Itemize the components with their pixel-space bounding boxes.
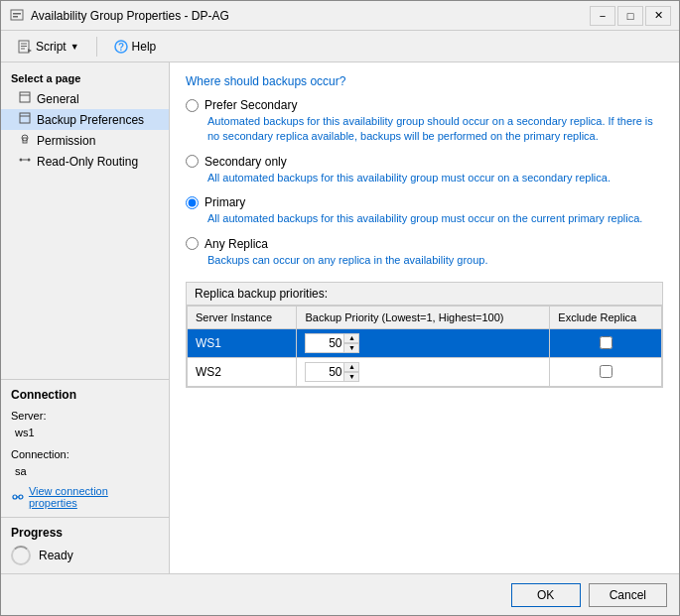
any-replica-label[interactable]: Any Replica — [186, 237, 663, 251]
priority-spinner[interactable]: ▲ ▼ — [305, 333, 541, 353]
option-prefer-secondary: Prefer Secondary Automated backups for t… — [186, 98, 663, 145]
backup-question: Where should backups occur? — [186, 74, 663, 88]
exclude-cell — [550, 357, 662, 386]
option-any-replica: Any Replica Backups can occur on any rep… — [186, 237, 663, 268]
priority-cell: ▲ ▼ — [297, 357, 550, 386]
progress-status: Ready — [39, 549, 73, 562]
server-cell: WS2 — [188, 357, 297, 386]
connection-section: Connection Server: ws1 Connection: sa — [1, 379, 169, 517]
prefer-secondary-desc: Automated backups for this availability … — [207, 114, 663, 145]
svg-rect-10 — [20, 92, 30, 102]
main-content: Select a page General — [1, 62, 679, 573]
footer: OK Cancel — [1, 573, 679, 615]
priority-input[interactable] — [305, 333, 344, 353]
svg-point-16 — [20, 159, 23, 162]
svg-rect-1 — [13, 13, 21, 15]
content-pane: Where should backups occur? Prefer Secon… — [170, 62, 679, 573]
secondary-only-label[interactable]: Secondary only — [186, 155, 663, 169]
svg-point-17 — [28, 159, 31, 162]
progress-row: Ready — [11, 546, 159, 565]
server-label: Server: ws1 — [11, 408, 159, 442]
table-row[interactable]: WS1 ▲ ▼ — [188, 328, 662, 357]
secondary-only-desc: All automated backups for this availabil… — [207, 171, 663, 185]
server-cell: WS1 — [188, 328, 297, 357]
sidebar-item-routing[interactable]: Read-Only Routing — [1, 151, 169, 172]
decrement-button[interactable]: ▼ — [343, 372, 359, 382]
increment-button[interactable]: ▲ — [343, 362, 359, 372]
view-connection-link[interactable]: View connection properties — [11, 485, 159, 509]
svg-point-19 — [13, 495, 17, 499]
script-icon — [18, 40, 32, 54]
help-label: Help — [132, 40, 157, 54]
option-primary: Primary All automated backups for this a… — [186, 195, 663, 226]
sidebar-item-backup-preferences[interactable]: Backup Preferences — [1, 109, 169, 130]
priority-cell: ▲ ▼ — [297, 328, 550, 357]
progress-title: Progress — [11, 526, 159, 540]
svg-rect-12 — [20, 113, 30, 123]
sidebar-item-general[interactable]: General — [1, 88, 169, 109]
primary-radio[interactable] — [186, 196, 199, 209]
priority-input[interactable] — [305, 362, 344, 382]
routing-icon — [19, 154, 31, 169]
main-window: Availability Group Properties - DP-AG − … — [0, 0, 680, 616]
sidebar-item-label: Permission — [37, 134, 95, 148]
close-button[interactable]: ✕ — [645, 6, 671, 26]
spinner-arrows: ▲ ▼ — [343, 362, 359, 382]
sidebar-item-permission[interactable]: Permission — [1, 130, 169, 151]
svg-rect-0 — [11, 10, 23, 20]
exclude-checkbox[interactable] — [600, 365, 612, 378]
svg-rect-2 — [13, 16, 18, 18]
sidebar: Select a page General — [1, 62, 170, 573]
help-button[interactable]: ? Help — [105, 36, 166, 58]
connection-label: Connection: sa — [11, 446, 159, 481]
cancel-button[interactable]: Cancel — [589, 583, 667, 607]
view-connection-text: View connection properties — [29, 485, 159, 509]
toolbar: Script ▼ ? Help — [1, 31, 679, 62]
connection-value: sa — [15, 465, 27, 477]
script-button[interactable]: Script ▼ — [9, 36, 88, 58]
svg-marker-7 — [28, 49, 32, 53]
prefer-secondary-radio[interactable] — [186, 99, 199, 112]
backup-icon — [19, 112, 31, 127]
connection-title: Connection — [11, 388, 159, 402]
progress-section: Progress Ready — [1, 517, 169, 573]
exclude-cell — [550, 328, 662, 357]
sidebar-item-label: General — [37, 92, 79, 106]
secondary-only-radio[interactable] — [186, 155, 199, 168]
toolbar-separator — [96, 37, 97, 57]
title-bar: Availability Group Properties - DP-AG − … — [1, 1, 679, 31]
col-exclude: Exclude Replica — [550, 306, 662, 328]
any-replica-radio[interactable] — [186, 237, 199, 250]
window-title: Availability Group Properties - DP-AG — [31, 9, 229, 23]
window-controls: − □ ✕ — [590, 6, 671, 26]
server-value: ws1 — [15, 427, 35, 438]
sidebar-item-label: Read-Only Routing — [37, 155, 138, 169]
connection-link-icon — [11, 490, 25, 504]
replica-section: Replica backup priorities: Server Instan… — [186, 282, 663, 388]
sidebar-item-label: Backup Preferences — [37, 113, 144, 127]
permission-icon — [19, 133, 31, 148]
option-secondary-only: Secondary only All automated backups for… — [186, 155, 663, 185]
primary-label[interactable]: Primary — [186, 195, 663, 209]
col-server: Server Instance — [188, 306, 297, 328]
any-replica-desc: Backups can occur on any replica in the … — [207, 253, 663, 268]
minimize-button[interactable]: − — [590, 6, 615, 26]
svg-point-20 — [19, 495, 23, 499]
svg-text:?: ? — [118, 42, 124, 53]
progress-spinner — [11, 546, 31, 565]
general-icon — [19, 91, 31, 106]
primary-desc: All automated backups for this availabil… — [207, 211, 663, 226]
ok-button[interactable]: OK — [511, 583, 581, 607]
replica-title: Replica backup priorities: — [187, 283, 662, 306]
maximize-button[interactable]: □ — [617, 6, 643, 26]
priority-spinner[interactable]: ▲ ▼ — [305, 362, 541, 382]
prefer-secondary-label[interactable]: Prefer Secondary — [186, 98, 663, 112]
backup-options: Prefer Secondary Automated backups for t… — [186, 98, 663, 268]
sidebar-section-title: Select a page — [1, 68, 169, 88]
table-row[interactable]: WS2 ▲ ▼ — [188, 357, 662, 386]
decrement-button[interactable]: ▼ — [343, 343, 359, 353]
script-label: Script — [36, 40, 67, 54]
exclude-checkbox[interactable] — [600, 336, 612, 349]
increment-button[interactable]: ▲ — [343, 333, 359, 343]
spinner-arrows: ▲ ▼ — [343, 333, 359, 353]
